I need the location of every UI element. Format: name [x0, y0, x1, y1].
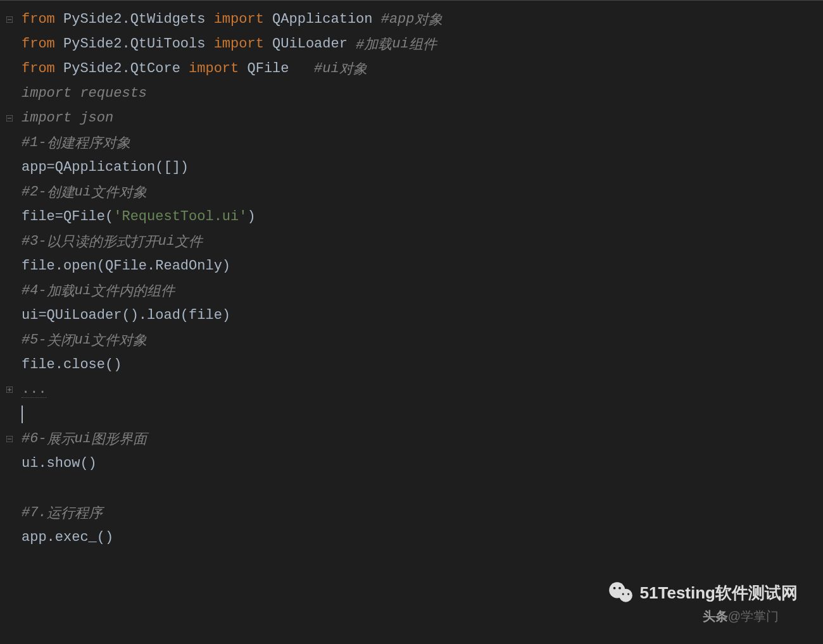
code-token: QApplication	[272, 11, 381, 27]
gutter-fold-icon	[0, 402, 19, 426]
code-line[interactable]: import json	[22, 106, 823, 130]
code-line[interactable]: from PySide2.QtWidgets import QApplicati…	[22, 7, 823, 32]
code-token: import	[189, 61, 247, 77]
gutter-fold-icon	[0, 451, 19, 476]
gutter-fold-icon	[0, 155, 19, 180]
gutter-fold-icon	[0, 303, 19, 328]
code-token: 加载	[47, 282, 75, 300]
code-line[interactable]	[22, 402, 823, 426]
code-token: 组件	[409, 35, 437, 54]
gutter-fold-icon[interactable]	[0, 106, 19, 130]
code-token: app.exec_()	[22, 529, 113, 545]
gutter-fold-icon[interactable]	[0, 7, 19, 32]
code-token: PySide2.QtWidgets	[63, 11, 214, 27]
code-line[interactable]: #2-创建ui文件对象	[22, 180, 823, 204]
code-area[interactable]: from PySide2.QtWidgets import QApplicati…	[19, 1, 823, 644]
watermark-primary: 51Testing软件测试网	[607, 579, 798, 606]
code-line[interactable]: app=QApplication([])	[22, 155, 823, 180]
code-token: from	[22, 61, 63, 77]
code-line[interactable]: from PySide2.QtCore import QFile #ui对象	[22, 56, 823, 81]
code-token: from	[22, 11, 63, 27]
code-token: ui=QUiLoader().load(file)	[22, 307, 230, 323]
code-line[interactable]	[22, 476, 823, 500]
code-token: 文件	[175, 232, 203, 251]
code-line[interactable]: file=QFile('RequestTool.ui')	[22, 204, 823, 229]
code-token: 图形界面	[91, 430, 147, 449]
code-token: PySide2.QtUiTools	[63, 36, 214, 52]
gutter-fold-icon	[0, 254, 19, 278]
code-token: import	[214, 11, 272, 27]
gutter-fold-icon	[0, 525, 19, 550]
code-line[interactable]: ui=QUiLoader().load(file)	[22, 303, 823, 328]
code-token: import	[214, 36, 272, 52]
code-line[interactable]: #1-创建程序对象	[22, 130, 823, 155]
gutter-fold-icon[interactable]	[0, 377, 19, 402]
code-line[interactable]: app.exec_()	[22, 525, 823, 550]
code-token: 文件对象	[91, 331, 147, 350]
code-token: PySide2.QtCore	[63, 61, 189, 77]
code-token: ui	[75, 332, 91, 348]
code-token: #6-	[22, 431, 47, 447]
wechat-icon	[607, 579, 634, 606]
gutter-fold-icon	[0, 180, 19, 204]
code-token: #2-	[22, 184, 47, 200]
gutter-fold-icon	[0, 500, 19, 525]
code-line[interactable]: #6-展示ui图形界面	[22, 426, 823, 451]
code-token: ...	[22, 381, 47, 398]
code-token: ui	[392, 36, 408, 52]
code-token: ui	[75, 184, 91, 200]
code-token: 'RequestTool.ui'	[113, 209, 247, 225]
code-token: 以只读的形式打开	[47, 232, 158, 251]
code-token: #ui	[314, 61, 339, 77]
code-token: #7.	[22, 505, 47, 521]
code-token: app=QApplication([])	[22, 159, 189, 175]
gutter-fold-icon	[0, 81, 19, 106]
gutter-fold-icon	[0, 278, 19, 303]
watermark-secondary: 头条@学掌门	[703, 608, 779, 625]
svg-point-14	[627, 593, 629, 595]
code-line[interactable]: import requests	[22, 81, 823, 106]
code-token: #5-	[22, 332, 47, 348]
code-line[interactable]: ...	[22, 377, 823, 402]
code-token: 运行程序	[47, 504, 103, 523]
code-token: ui	[158, 233, 175, 249]
watermark-text: 51Testing软件测试网	[640, 582, 798, 604]
gutter-fold-icon[interactable]	[0, 426, 19, 451]
gutter-fold-icon	[0, 56, 19, 81]
gutter-fold-icon	[0, 204, 19, 229]
svg-point-11	[613, 587, 615, 590]
code-line[interactable]: file.open(QFile.ReadOnly)	[22, 254, 823, 278]
gutter-fold-icon	[0, 130, 19, 155]
code-token: import requests	[22, 85, 147, 101]
code-token: file=QFile(	[22, 209, 113, 225]
code-token: 对象	[339, 59, 367, 78]
code-line[interactable]	[22, 550, 823, 574]
code-line[interactable]: #4-加载ui文件内的组件	[22, 278, 823, 303]
code-token: 创建程序对象	[47, 133, 130, 152]
gutter-fold-icon	[0, 229, 19, 254]
svg-point-10	[619, 589, 632, 602]
code-token: 对象	[415, 10, 443, 29]
code-line[interactable]: ui.show()	[22, 451, 823, 476]
code-token: #3-	[22, 233, 47, 249]
gutter-fold-icon	[0, 352, 19, 377]
code-token: 展示	[47, 430, 75, 449]
code-editor[interactable]: from PySide2.QtWidgets import QApplicati…	[0, 0, 823, 644]
code-token: from	[22, 36, 63, 52]
code-token: #1-	[22, 135, 47, 151]
code-line[interactable]: #3-以只读的形式打开ui文件	[22, 229, 823, 254]
code-token: #4-	[22, 283, 47, 299]
code-token: 文件对象	[91, 183, 147, 202]
code-line[interactable]: #7.运行程序	[22, 500, 823, 525]
svg-point-12	[619, 587, 621, 590]
gutter-fold-icon	[0, 32, 19, 56]
code-line[interactable]: #5-关闭ui文件对象	[22, 328, 823, 352]
code-token: ui	[75, 283, 91, 299]
code-token: file.open(QFile.ReadOnly)	[22, 258, 230, 274]
code-token: 文件内的组件	[91, 282, 175, 300]
code-token: QUiLoader	[272, 36, 356, 52]
code-token: import json	[22, 110, 113, 126]
code-line[interactable]: file.close()	[22, 352, 823, 377]
code-line[interactable]: from PySide2.QtUiTools import QUiLoader …	[22, 32, 823, 56]
svg-point-13	[622, 593, 624, 595]
